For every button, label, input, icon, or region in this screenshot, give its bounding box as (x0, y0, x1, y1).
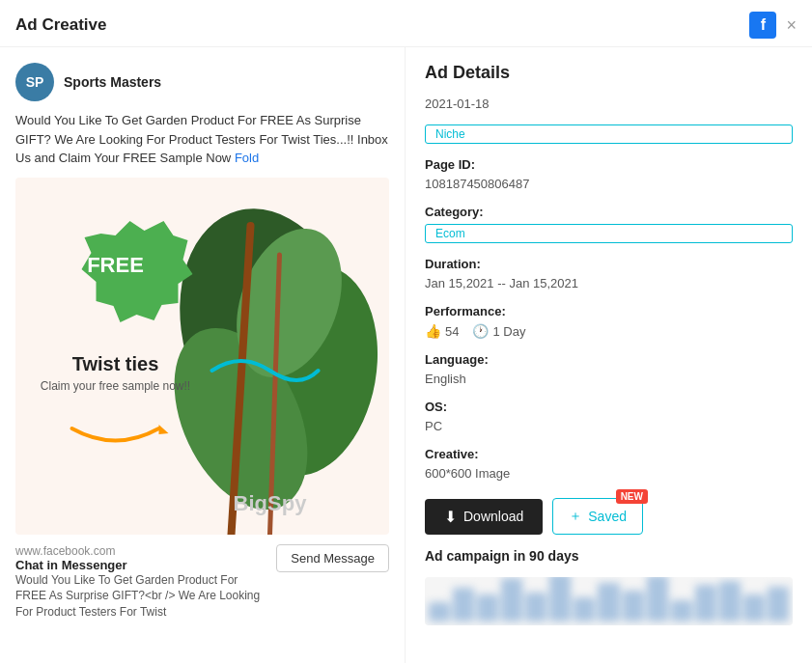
date-row: 2021-01-18 (425, 97, 793, 111)
svg-text:FREE: FREE (87, 253, 144, 277)
chart-bar (743, 594, 765, 622)
chart-bar (429, 602, 450, 622)
ad-creative-modal: Ad Creative f × SP Sports Masters Would … (0, 0, 812, 663)
svg-text:BigSpy: BigSpy (234, 491, 308, 515)
chart-bar (719, 581, 741, 622)
clock-icon: 🕐 (472, 323, 489, 339)
ad-copy-text: Would You Like To Get Garden Product For… (15, 111, 389, 168)
advertiser-name: Sports Masters (64, 74, 161, 90)
send-message-button[interactable]: Send Message (276, 544, 389, 572)
os-label: OS: (425, 400, 793, 414)
fold-link[interactable]: Fold (235, 151, 259, 165)
download-label: Download (463, 509, 523, 524)
os-value: PC (425, 419, 793, 433)
duration-row: Duration: Jan 15,2021 -- Jan 15,2021 (425, 257, 793, 290)
performance-label: Performance: (425, 304, 793, 318)
right-panel: Ad Details 2021-01-18 Niche Page ID: 108… (406, 47, 812, 663)
page-id-value: 108187450806487 (425, 177, 793, 191)
language-row: Language: English (425, 352, 793, 386)
chart-bar (501, 578, 522, 622)
chart-bar (477, 594, 498, 622)
facebook-icon: f (749, 12, 776, 39)
download-icon: ⬇ (444, 508, 457, 526)
ecom-tag: Ecom (425, 224, 793, 243)
ad-footer-text: www.facebook.com Chat in Messenger Would… (15, 544, 268, 621)
creative-value: 600*600 Image (425, 466, 793, 481)
chart-bar (525, 593, 546, 622)
language-label: Language: (425, 352, 793, 367)
creative-label: Creative: (425, 447, 793, 461)
category-row: Category: Ecom (425, 205, 793, 243)
language-value: English (425, 372, 793, 386)
chart-bar (574, 597, 595, 622)
chart-bar (768, 587, 789, 622)
performance-values: 👍 54 🕐 1 Day (425, 323, 793, 339)
svg-text:Twist ties: Twist ties (72, 353, 159, 374)
category-label: Category: (425, 205, 793, 219)
ad-cta-title: Chat in Messenger (15, 558, 268, 572)
chart-bar (695, 585, 716, 622)
chart-bar (623, 591, 644, 622)
campaign-label: Ad campaign in 90 days (425, 548, 793, 564)
thumbs-up-icon: 👍 (425, 323, 441, 339)
performance-row: Performance: 👍 54 🕐 1 Day (425, 304, 793, 339)
ad-description: Would You Like To Get Garden Product For… (15, 572, 268, 621)
ad-image: FREE Twist ties Claim your free sample n… (15, 178, 389, 535)
niche-tag: Niche (425, 124, 793, 144)
niche-row: Niche (425, 124, 793, 144)
days-value: 1 Day (492, 324, 525, 339)
chart-bar (598, 583, 619, 622)
header-actions: f × (749, 12, 797, 39)
detail-date: 2021-01-18 (425, 97, 793, 111)
new-badge: NEW (616, 489, 648, 504)
page-id-label: Page ID: (425, 157, 793, 172)
creative-row: Creative: 600*600 Image (425, 447, 793, 481)
details-title: Ad Details (425, 63, 793, 83)
modal-title: Ad Creative (15, 15, 106, 35)
campaign-chart (425, 577, 793, 625)
chart-bar (453, 588, 474, 622)
days-item: 🕐 1 Day (472, 323, 525, 339)
os-row: OS: PC (425, 400, 793, 433)
modal-body: SP Sports Masters Would You Like To Get … (0, 47, 812, 663)
blurred-chart (425, 577, 793, 625)
chart-bar (647, 577, 668, 622)
close-button[interactable]: × (786, 16, 797, 34)
chart-bar (549, 577, 571, 622)
modal-header: Ad Creative f × (0, 0, 812, 47)
duration-label: Duration: (425, 257, 793, 271)
ad-footer: www.facebook.com Chat in Messenger Would… (15, 544, 389, 621)
saved-label: Saved (588, 509, 627, 524)
download-button[interactable]: ⬇ Download (425, 499, 543, 535)
ad-domain: www.facebook.com (15, 544, 268, 558)
page-id-row: Page ID: 108187450806487 (425, 157, 793, 191)
chart-bar (671, 600, 692, 622)
duration-value: Jan 15,2021 -- Jan 15,2021 (425, 276, 793, 290)
saved-icon: ＋ (569, 508, 582, 525)
advertiser-row: SP Sports Masters (15, 63, 389, 101)
likes-count: 54 (445, 324, 459, 339)
svg-text:Claim your free sample now!!: Claim your free sample now!! (41, 379, 190, 393)
action-row: ⬇ Download ＋ Saved NEW (425, 498, 793, 535)
likes-item: 👍 54 (425, 323, 459, 339)
saved-button[interactable]: ＋ Saved NEW (552, 498, 643, 535)
avatar: SP (15, 63, 54, 101)
left-panel: SP Sports Masters Would You Like To Get … (0, 47, 406, 663)
